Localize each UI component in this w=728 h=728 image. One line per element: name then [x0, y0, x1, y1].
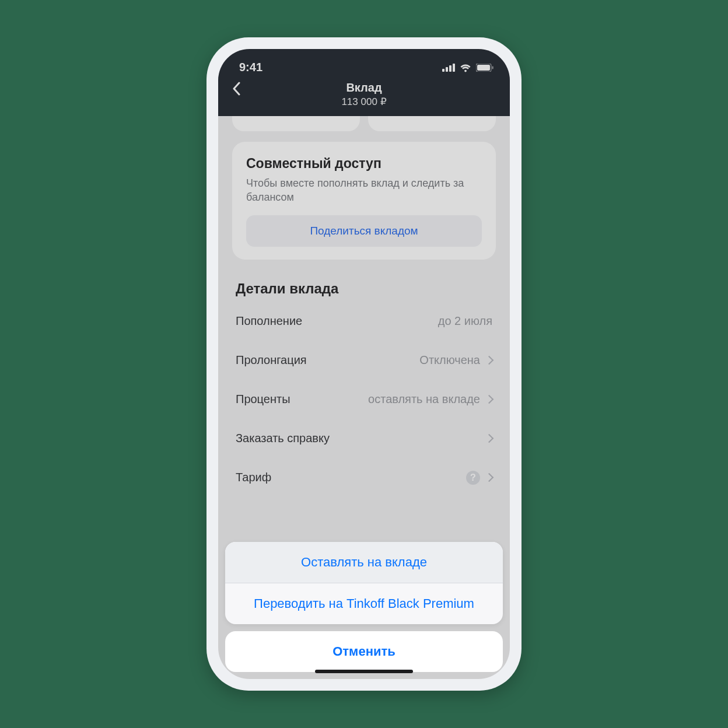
- chevron-left-icon: [232, 82, 241, 96]
- svg-rect-6: [492, 66, 494, 69]
- svg-rect-0: [442, 69, 444, 72]
- action-sheet-cancel-group: Отменить: [225, 631, 503, 672]
- row-label: Проценты: [236, 393, 290, 406]
- row-label: Пролонгация: [236, 354, 307, 367]
- chevron-right-icon: [485, 394, 494, 404]
- home-indicator[interactable]: [315, 670, 413, 673]
- chevron-right-icon: [485, 473, 494, 482]
- wifi-icon: [459, 63, 472, 72]
- details-title: Детали вклада: [218, 281, 510, 302]
- share-access-card: Совместный доступ Чтобы вместе пополнять…: [232, 142, 496, 260]
- phone-screen: 9:41 Вклад 113 000 ₽: [218, 49, 510, 679]
- sheet-option-transfer-premium[interactable]: Переводить на Tinkoff Black Premium: [225, 583, 503, 624]
- share-card-desc: Чтобы вместе пополнять вклад и следить з…: [246, 176, 482, 205]
- row-interest[interactable]: Проценты оставлять на вкладе: [218, 380, 510, 419]
- row-topup: Пополнение до 2 июля: [218, 302, 510, 341]
- nav-bar: Вклад 113 000 ₽: [218, 75, 510, 116]
- chevron-right-icon: [485, 355, 494, 365]
- share-card-title: Совместный доступ: [246, 156, 482, 172]
- action-sheet: Оставлять на вкладе Переводить на Tinkof…: [218, 542, 510, 679]
- row-value: оставлять на вкладе: [368, 393, 480, 406]
- row-prolongation[interactable]: Пролонгация Отключена: [218, 341, 510, 380]
- row-tariff[interactable]: Тариф ?: [218, 458, 510, 498]
- page-subtitle: 113 000 ₽: [218, 96, 510, 108]
- action-sheet-options: Оставлять на вкладе Переводить на Tinkof…: [225, 542, 503, 624]
- cellular-icon: [442, 64, 455, 72]
- prev-cards-stub: [218, 116, 510, 142]
- row-label: Тариф: [236, 471, 271, 484]
- chevron-right-icon: [485, 433, 494, 443]
- content-area: Совместный доступ Чтобы вместе пополнять…: [218, 116, 510, 498]
- status-bar: 9:41: [218, 57, 510, 75]
- row-value: до 2 июля: [438, 314, 492, 328]
- share-deposit-button[interactable]: Поделиться вкладом: [246, 215, 482, 247]
- status-time: 9:41: [239, 61, 262, 74]
- svg-rect-5: [477, 65, 490, 71]
- page-title: Вклад: [218, 81, 510, 94]
- phone-frame: 9:41 Вклад 113 000 ₽: [206, 37, 522, 691]
- help-icon[interactable]: ?: [466, 471, 480, 485]
- status-indicators: [442, 63, 494, 72]
- svg-rect-3: [453, 64, 455, 72]
- row-label: Пополнение: [236, 314, 302, 328]
- sheet-option-keep-on-deposit[interactable]: Оставлять на вкладе: [225, 542, 503, 583]
- top-bar: 9:41 Вклад 113 000 ₽: [218, 49, 510, 116]
- row-value: Отключена: [419, 354, 480, 367]
- svg-rect-1: [446, 67, 448, 72]
- card-stub: [232, 116, 360, 131]
- row-label: Заказать справку: [236, 432, 330, 445]
- card-stub: [368, 116, 496, 131]
- svg-rect-2: [449, 65, 452, 72]
- battery-icon: [476, 64, 494, 72]
- row-statement[interactable]: Заказать справку: [218, 419, 510, 458]
- sheet-cancel-button[interactable]: Отменить: [225, 631, 503, 672]
